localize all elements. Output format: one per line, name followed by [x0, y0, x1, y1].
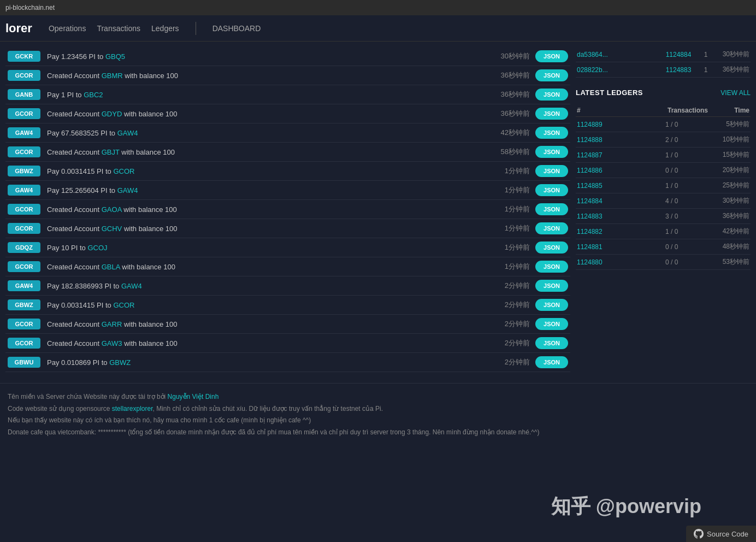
ops-row: GCORCreated Account GAOA with balance 10… — [5, 200, 570, 219]
ops-highlight[interactable]: GCOR — [113, 301, 134, 309]
ops-badge[interactable]: GCOR — [8, 108, 40, 119]
json-badge[interactable]: JSON — [535, 108, 568, 120]
ops-badge[interactable]: GANB — [8, 89, 40, 100]
ledgers-header: LATEST LEDGERS VIEW ALL — [576, 85, 751, 100]
ops-badge[interactable]: GBWU — [8, 357, 40, 368]
ops-highlight[interactable]: GAOA — [102, 205, 122, 214]
ops-time: 36秒钟前 — [486, 70, 530, 80]
recent-transactions: da53864... 1124884 1 30秒钟前 028822b... 11… — [576, 47, 751, 78]
ops-highlight[interactable]: GAW4 — [117, 129, 138, 137]
json-badge[interactable]: JSON — [535, 280, 568, 292]
nav-divider — [196, 22, 196, 35]
ops-badge[interactable]: GCKR — [8, 51, 40, 62]
ops-description: Created Account GCHV with balance 100 — [40, 225, 486, 233]
json-badge[interactable]: JSON — [535, 299, 568, 311]
json-badge[interactable]: JSON — [535, 318, 568, 330]
ops-highlight[interactable]: GBC2 — [84, 91, 103, 99]
footer-link-1[interactable]: Nguyễn Việt Dinh — [168, 393, 219, 400]
ledger-id[interactable]: 1124888 — [577, 136, 663, 144]
ledger-id[interactable]: 1124882 — [577, 228, 663, 235]
ops-badge[interactable]: GCOR — [8, 146, 40, 157]
recent-tx-row: 028822b... 1124883 1 36秒钟前 — [576, 62, 751, 78]
ops-row: GANBPay 1 PI to GBC236秒钟前JSON — [5, 85, 570, 104]
ledger-tx: 1 / 0 — [665, 121, 709, 128]
ops-badge[interactable]: GAW4 — [8, 185, 40, 196]
ledger-tx: 1 / 0 — [665, 151, 709, 159]
ledger-id[interactable]: 1124889 — [577, 121, 663, 128]
ops-description: Pay 182.8386993 PI to GAW4 — [40, 282, 486, 290]
nav-dashboard[interactable]: DASHBOARD — [212, 24, 261, 33]
json-badge[interactable]: JSON — [535, 146, 568, 158]
ops-highlight[interactable]: GCHV — [102, 225, 122, 233]
ledger-id[interactable]: 1124885 — [577, 182, 663, 190]
ledger-tx: 0 / 0 — [665, 167, 709, 174]
ledger-time: 48秒钟前 — [711, 242, 749, 251]
json-badge[interactable]: JSON — [535, 184, 568, 196]
ops-highlight[interactable]: GBWZ — [109, 358, 131, 367]
json-badge[interactable]: JSON — [535, 337, 568, 349]
ops-highlight[interactable]: GDYD — [102, 110, 122, 118]
json-badge[interactable]: JSON — [535, 203, 568, 215]
ops-highlight[interactable]: GBLA — [102, 263, 120, 271]
ops-badge[interactable]: GCOR — [8, 261, 40, 272]
ledger-id[interactable]: 1124884 — [577, 197, 663, 205]
ops-row: GCORCreated Account GBMR with balance 10… — [5, 66, 570, 85]
json-badge[interactable]: JSON — [535, 356, 568, 368]
tx-hash[interactable]: 028822b... — [577, 66, 657, 74]
ledger-row: 1124888 2 / 0 10秒钟前 — [576, 132, 751, 148]
ledger-row: 1124880 0 / 0 53秒钟前 — [576, 255, 751, 270]
ops-highlight[interactable]: GBJT — [102, 148, 120, 156]
ledger-id[interactable]: 1124886 — [577, 167, 663, 174]
json-badge[interactable]: JSON — [535, 222, 568, 234]
ops-time: 2分钟前 — [486, 338, 530, 348]
ledger-time: 42秒钟前 — [711, 227, 749, 236]
json-badge[interactable]: JSON — [535, 69, 568, 81]
ops-description: Pay 0.010869 PI to GBWZ — [40, 358, 486, 367]
ops-time: 2分钟前 — [486, 319, 530, 329]
main-content: GCKRPay 1.23456 PI to GBQ530秒钟前JSONGCORC… — [0, 42, 756, 378]
ops-highlight[interactable]: GCOJ — [87, 244, 107, 252]
ops-highlight[interactable]: GAW4 — [117, 186, 138, 195]
ops-row: GBWZPay 0.0031415 PI to GCOR2分钟前JSON — [5, 296, 570, 315]
tx-count: 1 — [700, 51, 711, 58]
tx-ledger[interactable]: 1124883 — [662, 66, 695, 74]
ops-highlight[interactable]: GCOR — [113, 167, 134, 175]
ops-highlight[interactable]: GARR — [102, 320, 122, 328]
ops-badge[interactable]: GBWZ — [8, 166, 40, 176]
ops-badge[interactable]: GBWZ — [8, 299, 40, 310]
json-badge[interactable]: JSON — [535, 165, 568, 177]
json-badge[interactable]: JSON — [535, 50, 568, 62]
ops-highlight[interactable]: GBQ5 — [105, 52, 125, 61]
ops-badge[interactable]: GDQZ — [8, 242, 40, 253]
json-badge[interactable]: JSON — [535, 127, 568, 139]
json-badge[interactable]: JSON — [535, 241, 568, 254]
ops-badge[interactable]: GCOR — [8, 319, 40, 329]
tx-ledger[interactable]: 1124884 — [662, 51, 695, 58]
title-bar: pi-blockchain.net — [0, 0, 756, 15]
ledger-id[interactable]: 1124881 — [577, 243, 663, 251]
nav-operations[interactable]: Operations — [49, 21, 86, 36]
json-badge[interactable]: JSON — [535, 89, 568, 101]
nav-ledgers[interactable]: Ledgers — [151, 21, 179, 36]
ops-badge[interactable]: GAW4 — [8, 280, 40, 291]
footer: Tên miền và Server chứa Website này được… — [0, 383, 756, 444]
footer-link-2[interactable]: stellarexplorer — [112, 405, 153, 413]
ledger-id[interactable]: 1124883 — [577, 213, 663, 220]
ops-highlight[interactable]: GAW4 — [121, 282, 142, 290]
ops-badge[interactable]: GAW4 — [8, 127, 40, 138]
ops-badge[interactable]: GCOR — [8, 204, 40, 215]
footer-line4: Donate cafe qua vietcombank: ***********… — [8, 427, 751, 439]
ops-highlight[interactable]: GAW3 — [102, 339, 122, 347]
ops-badge[interactable]: GCOR — [8, 223, 40, 234]
json-badge[interactable]: JSON — [535, 261, 568, 273]
ops-time: 30秒钟前 — [486, 51, 530, 61]
ops-highlight[interactable]: GBMR — [102, 72, 123, 80]
nav-transactions[interactable]: Transactions — [97, 21, 140, 36]
ledger-time: 36秒钟前 — [711, 211, 749, 221]
ledger-id[interactable]: 1124880 — [577, 258, 663, 266]
view-all-link[interactable]: VIEW ALL — [720, 89, 751, 97]
ops-badge[interactable]: GCOR — [8, 70, 40, 81]
tx-hash[interactable]: da53864... — [577, 51, 657, 58]
ledger-id[interactable]: 1124887 — [577, 151, 663, 159]
ops-badge[interactable]: GCOR — [8, 338, 40, 349]
